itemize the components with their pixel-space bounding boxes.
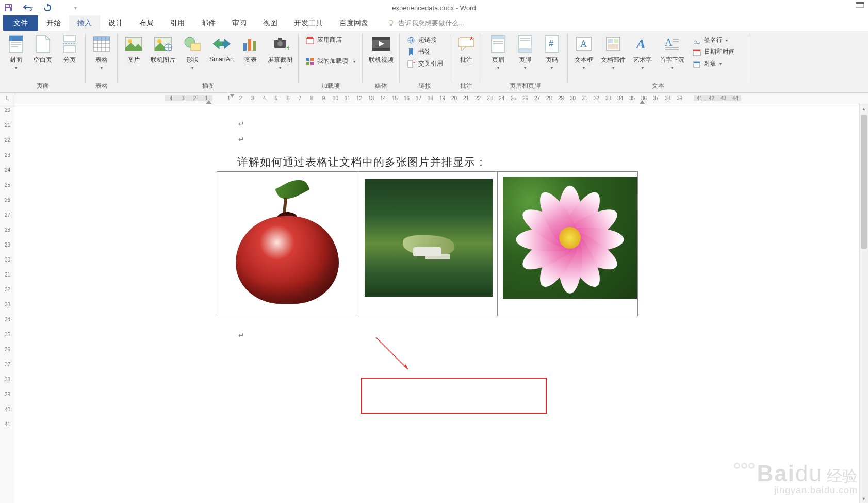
tab-view[interactable]: 视图 <box>255 15 286 31</box>
online-video-button[interactable]: 联机视频 <box>366 33 397 66</box>
cover-page-button[interactable]: 封面▾ <box>3 33 29 71</box>
page-number-button[interactable]: # 页码▾ <box>539 33 565 71</box>
dropdown-icon[interactable]: ▾ <box>30 5 33 11</box>
svg-rect-44 <box>492 36 505 39</box>
svg-rect-40 <box>408 61 413 67</box>
svg-rect-29 <box>278 38 282 40</box>
tab-references[interactable]: 引用 <box>162 15 193 31</box>
pictures-button[interactable]: 图片 <box>121 33 146 66</box>
undo-button[interactable]: ▾ <box>22 2 34 14</box>
qat-customize-icon[interactable]: ▾ <box>74 5 77 11</box>
quick-parts-icon <box>603 34 623 54</box>
apple-leaf-icon <box>275 175 310 204</box>
table-button[interactable]: 表格▾ <box>89 33 114 71</box>
footer-button[interactable]: 页脚▾ <box>512 33 538 71</box>
tab-layout[interactable]: 布局 <box>131 15 162 31</box>
shapes-button[interactable]: 形状▾ <box>179 33 205 71</box>
tab-review[interactable]: 审阅 <box>224 15 255 31</box>
cross-reference-button[interactable]: 交叉引用 <box>405 58 445 70</box>
quick-parts-button[interactable]: 文档部件▾ <box>598 33 629 71</box>
ruler-corner[interactable]: L <box>0 93 15 104</box>
group-label: 加载项 <box>302 80 359 91</box>
landscape-image <box>365 179 493 297</box>
shapes-icon <box>183 34 202 54</box>
svg-rect-38 <box>372 48 390 51</box>
ruler-vertical[interactable]: 2021222324252627282930313233343536373839… <box>0 104 15 503</box>
tab-developer[interactable]: 开发工具 <box>286 15 331 31</box>
blank-page-button[interactable]: 空白页 <box>30 33 56 66</box>
svg-rect-62 <box>673 41 679 42</box>
signature-line-button[interactable]: 签名行 ▾ <box>691 34 743 46</box>
left-indent-icon[interactable] <box>206 100 211 104</box>
save-button[interactable] <box>2 2 14 14</box>
svg-rect-25 <box>248 39 251 51</box>
my-addins-button[interactable]: 我的加载项 ▾ <box>304 55 357 67</box>
date-time-icon <box>693 48 701 56</box>
svg-rect-35 <box>310 62 314 65</box>
svg-rect-68 <box>694 62 700 63</box>
tab-baidu-netdisk[interactable]: 百度网盘 <box>331 15 376 31</box>
tab-insert[interactable]: 插入 <box>69 15 100 31</box>
dropdown-icon: ▾ <box>612 66 614 70</box>
addins-icon <box>306 57 314 66</box>
dropdown-icon: ▾ <box>726 38 728 43</box>
online-pictures-icon <box>153 34 173 54</box>
object-button[interactable]: 对象 ▾ <box>691 58 743 70</box>
video-icon <box>371 34 391 54</box>
comment-button[interactable]: * 批注 <box>453 33 479 66</box>
svg-rect-31 <box>306 39 314 44</box>
dropdown-icon: ▾ <box>551 66 553 70</box>
chart-icon <box>241 34 260 54</box>
tell-me-search[interactable]: 告诉我您想要做什么... <box>387 15 464 31</box>
first-line-indent-icon[interactable] <box>230 94 235 98</box>
tab-mailings[interactable]: 邮件 <box>193 15 224 31</box>
svg-rect-7 <box>390 24 392 26</box>
page-break-button[interactable]: 分页 <box>57 33 83 66</box>
document-area[interactable]: ↵ ↵ 详解如何通过表格让文档中的多张图片并排显示： <box>15 104 868 503</box>
dropdown-icon: ▾ <box>101 66 103 70</box>
scroll-down-icon[interactable]: ▼ <box>860 494 868 503</box>
image-table <box>217 171 638 316</box>
svg-rect-9 <box>9 36 23 41</box>
bookmark-button[interactable]: 书签 <box>405 46 445 58</box>
tab-design[interactable]: 设计 <box>100 15 131 31</box>
screenshot-button[interactable]: + 屏幕截图▾ <box>265 33 296 71</box>
smartart-button[interactable]: SmartArt <box>206 33 237 64</box>
quick-access-toolbar: ▾ ▾ <box>2 2 77 14</box>
drop-cap-button[interactable]: A 首字下沉▾ <box>657 33 687 71</box>
scrollbar-thumb[interactable] <box>861 115 867 249</box>
page: ↵ ↵ 详解如何通过表格让文档中的多张图片并排显示： <box>165 104 712 503</box>
store-button[interactable]: 应用商店 <box>304 34 357 46</box>
vertical-scrollbar[interactable]: ▲ ▼ <box>859 104 868 503</box>
ribbon-display-options-icon[interactable] <box>856 2 864 10</box>
online-pictures-button[interactable]: 联机图片 <box>148 33 178 66</box>
date-time-button[interactable]: 日期和时间 <box>691 46 743 58</box>
redo-button[interactable] <box>41 2 54 14</box>
header-button[interactable]: 页眉▾ <box>485 33 511 71</box>
cross-ref-icon <box>407 60 415 68</box>
right-indent-icon[interactable] <box>640 100 645 104</box>
hyperlink-button[interactable]: 超链接 <box>405 34 445 46</box>
dropdown-icon: ▾ <box>583 66 585 70</box>
dropdown-icon: ▾ <box>191 66 193 70</box>
svg-rect-34 <box>306 62 309 65</box>
table-cell-1[interactable] <box>217 172 357 316</box>
svg-rect-3 <box>9 5 10 7</box>
chart-button[interactable]: 图表 <box>238 33 264 66</box>
tell-me-placeholder: 告诉我您想要做什么... <box>398 19 464 28</box>
ruler-horizontal[interactable]: 4321123456789101112131415161718192021222… <box>15 93 868 104</box>
table-cell-3[interactable] <box>498 172 638 316</box>
svg-rect-12 <box>11 46 18 47</box>
scroll-up-icon[interactable]: ▲ <box>860 104 868 113</box>
tab-home[interactable]: 开始 <box>38 15 69 31</box>
dropdown-icon: ▾ <box>279 66 281 70</box>
tab-file[interactable]: 文件 <box>3 15 38 31</box>
svg-rect-16 <box>93 37 110 40</box>
table-cell-2[interactable] <box>357 172 498 316</box>
svg-rect-5 <box>856 2 864 4</box>
wordart-button[interactable]: A 艺术字▾ <box>630 33 656 71</box>
svg-rect-64 <box>665 49 679 50</box>
ribbon: 封面▾ 空白页 分页 页面 表格▾ 表格 图片 <box>0 31 868 93</box>
paragraph-mark: ↵ <box>238 331 244 340</box>
text-box-button[interactable]: A 文本框▾ <box>571 33 597 71</box>
